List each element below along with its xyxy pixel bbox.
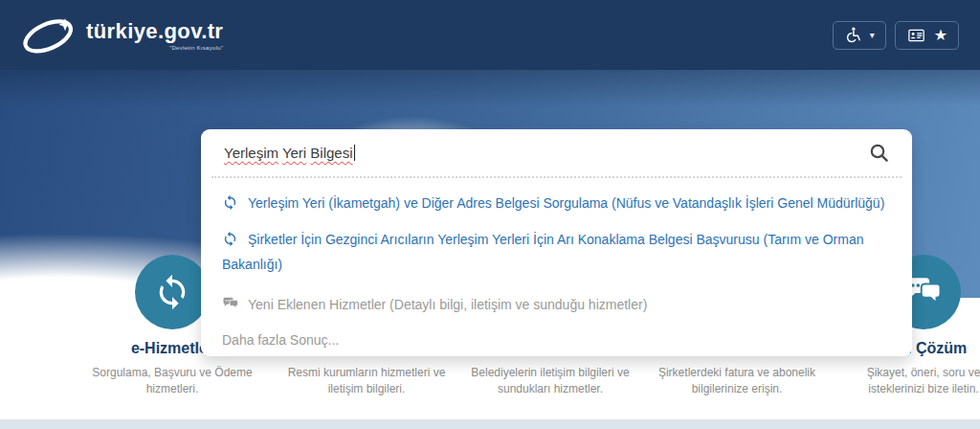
search-result-item[interactable]: Yeni Eklenen Hizmetler (Detaylı bilgi, i…	[222, 292, 889, 317]
result-text: Şirketler İçin Gezginci Arıcıların Yerle…	[222, 232, 863, 272]
site-logo[interactable]: türkiye.gov.tr "Devletin Kısayolu"	[21, 12, 223, 58]
refresh-icon	[153, 273, 191, 311]
star-icon: ★	[934, 28, 947, 43]
search-row: Yerleşim Yeri Bilgesi	[201, 129, 912, 176]
accessibility-icon	[844, 26, 862, 44]
logo-tagline: "Devletin Kısayolu"	[86, 45, 223, 51]
search-dropdown-panel: Yerleşim Yeri Bilgesi Yerleşim Yeri (İka…	[201, 129, 912, 356]
profile-favorites-button[interactable]: ★	[895, 21, 959, 50]
feature-description: Belediyelerin iletişim bilgileri ve sund…	[455, 365, 646, 398]
search-results: Yerleşim Yeri (İkametgah) ve Diğer Adres…	[201, 178, 912, 348]
search-input[interactable]: Yerleşim Yeri Bilgesi	[224, 145, 355, 161]
egov-homepage: türkiye.gov.tr "Devletin Kısayolu" ▾	[0, 0, 980, 429]
chat-icon	[222, 295, 238, 311]
result-text: Yerleşim Yeri (İkametgah) ve Diğer Adres…	[248, 195, 884, 211]
search-icon	[868, 142, 891, 165]
search-result-item[interactable]: Şirketler İçin Gezginci Arıcıların Yerle…	[222, 227, 889, 277]
id-card-icon	[906, 27, 926, 44]
feature-description: Resmi kurumların hizmetleri ve iletişim …	[271, 365, 462, 398]
feature-description: Şirketlerdeki fatura ve abonelik bilgile…	[641, 365, 833, 398]
header-actions: ▾ ★	[833, 21, 959, 50]
accessibility-button[interactable]: ▾	[833, 21, 886, 50]
feature-description: Şikayet, öneri, soru ve isteklerinizi bi…	[828, 365, 980, 398]
bottom-strip	[0, 419, 980, 429]
logo-text: türkiye.gov.tr	[86, 19, 223, 44]
search-result-item[interactable]: Yerleşim Yeri (İkametgah) ve Diğer Adres…	[222, 191, 889, 215]
e-services-circle[interactable]	[135, 255, 210, 329]
result-text: Yeni Eklenen Hizmetler (Detaylı bilgi, i…	[248, 297, 647, 312]
text-cursor	[354, 145, 356, 161]
feature-description: Sorgulama, Başvuru ve Ödeme hizmetleri.	[77, 365, 268, 398]
refresh-icon	[222, 230, 238, 246]
refresh-icon	[222, 193, 238, 210]
more-results-link[interactable]: Daha fazla Sonuç...	[222, 332, 889, 348]
search-button[interactable]	[868, 142, 891, 165]
chevron-down-icon: ▾	[870, 31, 875, 40]
top-header: türkiye.gov.tr "Devletin Kısayolu" ▾	[0, 0, 980, 70]
swoosh-logo-icon	[21, 12, 80, 58]
